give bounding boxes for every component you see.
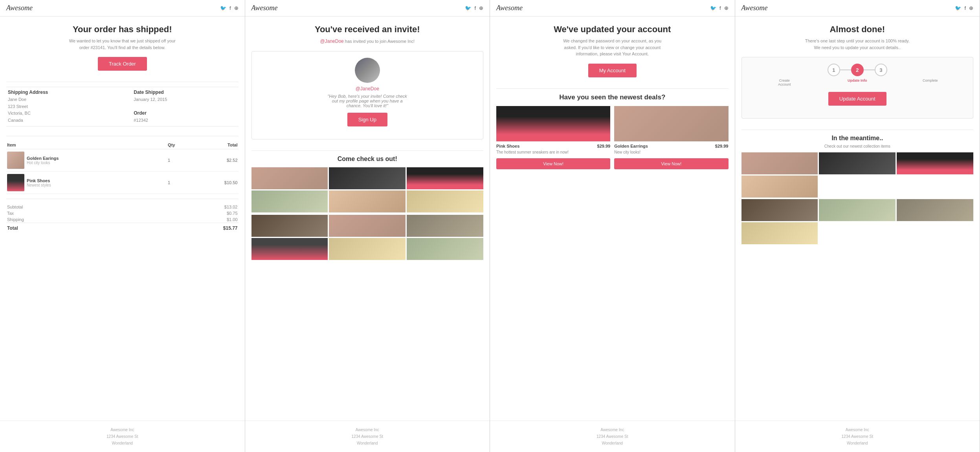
shipping-country: Canada	[8, 117, 130, 124]
my-account-button[interactable]: My Account	[588, 64, 637, 77]
panel3-footer: Awesome Inc 1234 Awesome St Wonderland	[490, 421, 735, 452]
facebook-icon-3[interactable]: f	[719, 5, 721, 11]
tax-value: $0.75	[130, 210, 239, 216]
panel2-footer: Awesome Inc 1234 Awesome St Wonderland	[245, 421, 490, 452]
footer4-company: Awesome Inc	[741, 426, 974, 433]
shipping-label: Shipping Address	[8, 90, 130, 95]
panel2-body: You've received an invite! @JaneDoe has …	[245, 16, 490, 421]
deal-earring-header: Golden Earrings $29.99	[614, 144, 728, 148]
step-label-1: Create Account	[773, 79, 796, 86]
twitter-icon-3[interactable]: 🐦	[710, 5, 716, 11]
brand-logo-4: Awesome	[741, 4, 768, 12]
footer4-city: Wonderland	[741, 440, 974, 447]
item-thumb-earring	[7, 152, 24, 169]
shipping-city: Victoria, BC	[8, 110, 130, 117]
step-label-2: Update Info	[846, 79, 869, 86]
facebook-icon-4[interactable]: f	[964, 5, 966, 11]
panel2-title: You've received an invite!	[315, 24, 420, 35]
shipping-street: 123 Street	[8, 103, 130, 110]
panel4-header: Awesome 🐦 f ⊕	[735, 0, 980, 16]
item-thumb-shoes	[7, 174, 24, 191]
deal-img-shoes	[496, 106, 610, 141]
meantime-sub: Check out our newest collection items	[824, 144, 890, 148]
deal-earring-name: Golden Earrings	[614, 144, 648, 148]
item1-name: Golden Earings	[27, 156, 59, 161]
total-row: Total $15.77	[6, 223, 239, 232]
divider-3	[6, 199, 239, 199]
subtotal-value: $13.02	[130, 204, 239, 210]
rss-icon-1[interactable]: ⊕	[234, 5, 239, 11]
rss-icon-2[interactable]: ⊕	[479, 5, 483, 11]
panel3-body: We've updated your account We changed th…	[490, 16, 735, 421]
panel-invite: Awesome 🐦 f ⊕ You've received an invite!…	[245, 0, 490, 452]
footer3-city: Wonderland	[496, 440, 729, 447]
panel1-subtitle: We wanted to let you know that we just s…	[67, 38, 177, 51]
facebook-icon-2[interactable]: f	[474, 5, 476, 11]
table-row: Golden Earings Hot city looks 1 $2.52	[6, 149, 239, 172]
invite-text-suffix: has invited you to join Awesome Inc!	[344, 39, 415, 44]
panel1-header: Awesome 🐦 f ⊕	[0, 0, 245, 16]
total-value: $15.77	[130, 223, 239, 232]
deal-shoes-header: Pink Shoes $29.99	[496, 144, 610, 148]
panel3-title: We've updated your account	[554, 24, 671, 35]
sign-up-button[interactable]: Sign Up	[347, 113, 387, 126]
steps-container: 1 2 3 Create Account Update Info Complet…	[741, 57, 974, 119]
view-now-shoes-button[interactable]: View Now!	[496, 158, 610, 169]
photo-grid-item	[897, 152, 973, 174]
tax-row: Tax $0.75	[6, 210, 239, 216]
facebook-icon-1[interactable]: f	[229, 5, 231, 11]
brand-logo-1: Awesome	[6, 4, 33, 12]
twitter-icon-4[interactable]: 🐦	[955, 5, 961, 11]
step-2-circle: 2	[851, 64, 864, 76]
shipping-cost-label: Shipping	[6, 216, 130, 223]
invite-username[interactable]: @JaneDoe	[356, 86, 379, 91]
rss-icon-4[interactable]: ⊕	[969, 5, 973, 11]
track-order-button[interactable]: Track Order	[98, 57, 147, 71]
photo-grid-item	[329, 167, 406, 189]
footer2-company: Awesome Inc	[251, 426, 484, 433]
photo-grid-item	[407, 215, 483, 237]
deal-earring-desc: New city looks!	[614, 150, 728, 155]
brand-logo-3: Awesome	[496, 4, 523, 12]
panel2-header: Awesome 🐦 f ⊕	[245, 0, 490, 16]
photo-grid-item	[407, 238, 483, 260]
photo-grid-item	[407, 190, 483, 212]
panel4-body: Almost done! There's one last step until…	[735, 16, 980, 421]
footer1-city: Wonderland	[6, 440, 239, 447]
totals-table: Subtotal $13.02 Tax $0.75 Shipping $1.00…	[6, 204, 239, 232]
photo-grid-item	[251, 215, 328, 237]
footer1-address: 1234 Awesome St	[6, 433, 239, 440]
update-account-button[interactable]: Update Account	[828, 92, 886, 106]
twitter-icon-1[interactable]: 🐦	[220, 5, 226, 11]
panel4-subtitle: There's one last step until your account…	[802, 38, 912, 51]
photo-grid-item	[251, 238, 328, 260]
meantime-photo-grid-2	[741, 199, 974, 244]
divider-2	[6, 136, 239, 136]
photo-grid-item	[251, 190, 328, 212]
total-label: Total	[6, 223, 130, 232]
item1-sub: Hot city looks	[27, 161, 59, 165]
twitter-icon-2[interactable]: 🐦	[465, 5, 471, 11]
panel3-subtitle: We changed the password on your account,…	[557, 38, 667, 57]
photo-grid-item	[329, 190, 406, 212]
deals-grid: Pink Shoes $29.99 The hottest summer sne…	[496, 106, 729, 176]
photo-grid-2	[251, 215, 484, 260]
meantime-photo-grid	[741, 152, 974, 198]
view-now-earring-button[interactable]: View Now!	[614, 158, 728, 169]
photo-grid-item	[897, 199, 973, 221]
deal-shoes-name: Pink Shoes	[496, 144, 519, 148]
social-icons-2: 🐦 f ⊕	[465, 5, 483, 11]
item2-total: $10.50	[194, 172, 239, 194]
address-table: Shipping Address Jane Doe 123 Street Vic…	[6, 87, 239, 126]
rss-icon-3[interactable]: ⊕	[724, 5, 729, 11]
panel-almost-done: Awesome 🐦 f ⊕ Almost done! There's one l…	[735, 0, 980, 452]
step-3-circle: 3	[875, 64, 887, 76]
deal-earring-price: $29.99	[715, 144, 729, 148]
panel1-body: Your order has shipped! We wanted to let…	[0, 16, 245, 421]
come-check-title: Come check us out!	[338, 156, 397, 163]
footer2-city: Wonderland	[251, 440, 484, 447]
panel2-invite-text: @JaneDoe has invited you to join Awesome…	[320, 38, 415, 45]
order-label: Order	[134, 110, 237, 116]
step-3-number: 3	[879, 67, 882, 73]
avatar	[355, 58, 380, 83]
